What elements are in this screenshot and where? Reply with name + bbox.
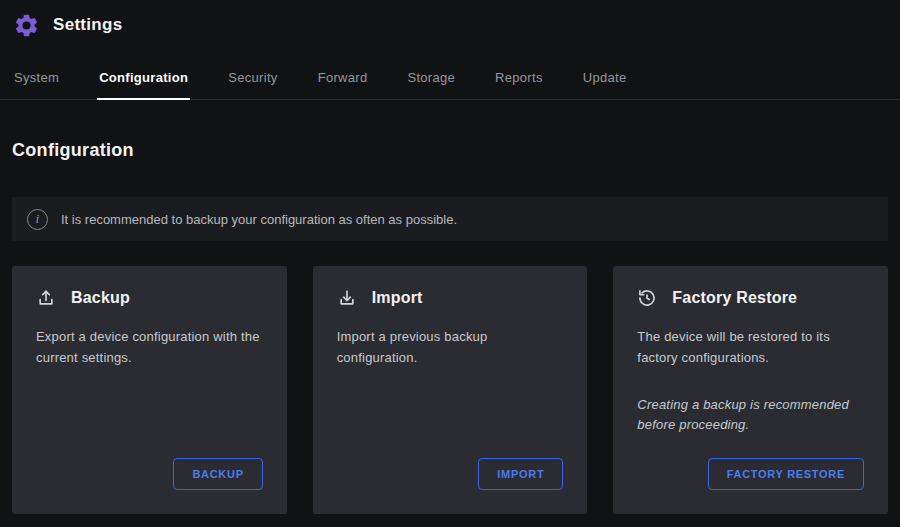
import-button[interactable]: IMPORT [478, 458, 563, 490]
factory-restore-card-body: The device will be restored to its facto… [637, 327, 864, 369]
backup-button[interactable]: BACKUP [173, 458, 262, 490]
tab-configuration[interactable]: Configuration [97, 61, 190, 100]
restore-icon [637, 288, 657, 308]
tab-system[interactable]: System [12, 61, 61, 99]
app-header: Settings [0, 0, 900, 39]
tab-security[interactable]: Security [226, 61, 279, 99]
import-card: Import Import a previous backup configur… [313, 266, 588, 514]
backup-card: Backup Export a device configuration wit… [12, 266, 287, 514]
info-banner-text: It is recommended to backup your configu… [61, 212, 457, 227]
tab-update[interactable]: Update [581, 61, 629, 99]
tab-storage[interactable]: Storage [405, 61, 457, 99]
factory-restore-card-note: Creating a backup is recommended before … [637, 395, 864, 437]
card-row: Backup Export a device configuration wit… [12, 266, 888, 514]
factory-restore-card: Factory Restore The device will be resto… [613, 266, 888, 514]
import-card-title: Import [372, 289, 423, 307]
download-icon [337, 288, 357, 308]
info-banner: i It is recommended to backup your confi… [12, 197, 888, 241]
factory-restore-button[interactable]: FACTORY RESTORE [708, 458, 864, 490]
tab-forward[interactable]: Forward [316, 61, 370, 99]
factory-restore-card-title: Factory Restore [672, 289, 797, 307]
backup-card-header: Backup [36, 288, 263, 308]
import-card-header: Import [337, 288, 564, 308]
backup-card-title: Backup [71, 289, 130, 307]
tab-bar: System Configuration Security Forward St… [0, 61, 900, 100]
configuration-panel: Configuration i It is recommended to bac… [0, 140, 900, 514]
factory-restore-card-header: Factory Restore [637, 288, 864, 308]
gear-icon [12, 11, 40, 39]
upload-icon [36, 288, 56, 308]
app-title: Settings [53, 15, 122, 35]
import-card-body: Import a previous backup configuration. [337, 327, 564, 369]
page-title: Configuration [12, 140, 888, 161]
backup-card-body: Export a device configuration with the c… [36, 327, 263, 369]
info-icon: i [27, 209, 48, 230]
tab-reports[interactable]: Reports [493, 61, 545, 99]
